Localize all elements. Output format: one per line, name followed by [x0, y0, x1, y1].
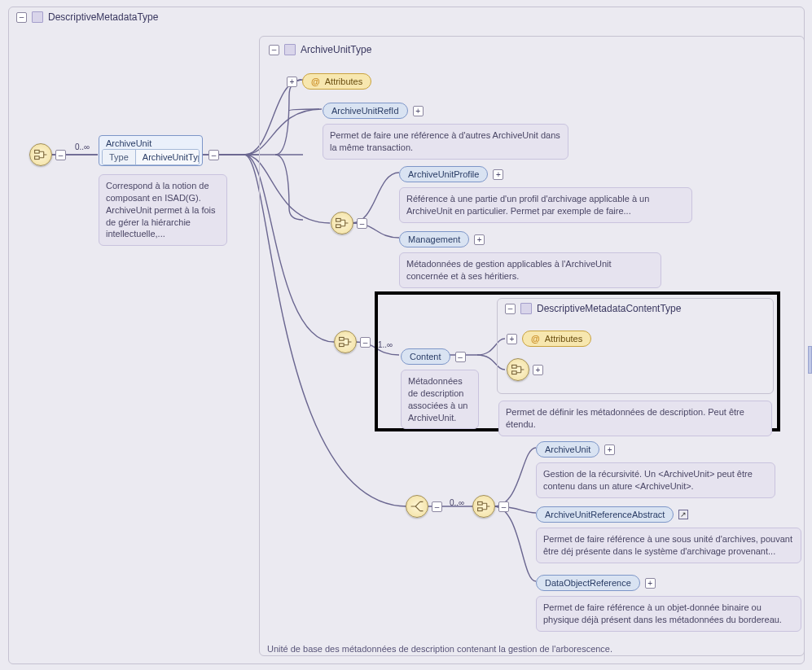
complextype-icon — [284, 44, 296, 55]
complextype-icon — [520, 303, 532, 314]
archiveunitreferenceabstract-desc: Permet de faire référence à une sous uni… — [536, 528, 801, 563]
svg-rect-5 — [340, 344, 345, 347]
inner-title: ArchiveUnitType — [301, 44, 371, 55]
svg-rect-0 — [35, 150, 40, 153]
expand-icon[interactable] — [493, 169, 503, 180]
archiveunitrefid-label: ArchiveUnitRefId — [323, 103, 408, 119]
outer-title-row: DescriptiveMetadataType — [16, 11, 158, 23]
archiveunitprofile-desc: Référence à une partie d'un profil d'arc… — [399, 187, 692, 223]
archiveunit-child-label: ArchiveUnit — [536, 441, 599, 458]
archiveunit-child-node[interactable]: ArchiveUnit — [536, 441, 615, 458]
attributes-label: Attributes — [325, 77, 362, 86]
management-label: Management — [399, 231, 469, 247]
archiveunit-label: ArchiveUnit — [99, 136, 202, 149]
collapse-icon[interactable] — [360, 337, 371, 348]
complextype-icon — [32, 11, 43, 23]
svg-rect-4 — [340, 337, 345, 340]
inner-title-row: ArchiveUnitType — [269, 44, 371, 55]
collapse-icon[interactable] — [505, 304, 516, 314]
cardinality-label: 1..∞ — [378, 340, 393, 349]
attribute-icon: @ — [311, 77, 320, 86]
archiveunitprofile-node[interactable]: ArchiveUnitProfile — [399, 166, 503, 182]
scrollbar-thumb[interactable] — [808, 346, 812, 374]
attribute-icon: @ — [531, 334, 540, 344]
expand-icon[interactable] — [474, 234, 485, 245]
svg-rect-2 — [336, 218, 341, 221]
type-value: ArchiveUnitType — [136, 150, 200, 164]
expand-icon[interactable] — [413, 106, 424, 116]
content-node[interactable]: Content — [401, 348, 466, 365]
archiveunitprofile-label: ArchiveUnitProfile — [399, 166, 488, 182]
svg-rect-8 — [478, 501, 483, 505]
collapse-icon[interactable] — [55, 150, 66, 160]
archiveunitreferenceabstract-label: ArchiveUnitReferenceAbstract — [536, 506, 674, 523]
sequence-compositor-icon[interactable] — [331, 212, 353, 234]
svg-rect-9 — [478, 508, 483, 511]
archiveunit-desc: Correspond à la notion de composant en I… — [99, 174, 227, 246]
svg-rect-6 — [512, 365, 517, 368]
svg-rect-1 — [35, 156, 40, 160]
substitution-icon: ↗ — [678, 510, 688, 519]
collapse-icon[interactable] — [208, 150, 219, 160]
collapse-icon[interactable] — [455, 352, 466, 362]
dataobjectreference-desc: Permet de faire référence à un objet-don… — [536, 596, 801, 632]
attributes-node[interactable]: @Attributes — [287, 73, 371, 90]
collapse-icon[interactable] — [432, 501, 442, 512]
archiveunitrefid-node[interactable]: ArchiveUnitRefId — [323, 103, 424, 119]
outer-title: DescriptiveMetadataType — [48, 11, 158, 23]
content-attributes-label: Attributes — [545, 334, 582, 344]
sequence-compositor-icon[interactable] — [507, 358, 529, 381]
expand-icon[interactable] — [604, 444, 615, 455]
content-attributes-node[interactable]: @Attributes — [507, 331, 591, 347]
type-key: Type — [103, 150, 136, 164]
archiveunit-element-block[interactable]: ArchiveUnit Type ArchiveUnitType — [99, 135, 203, 166]
svg-rect-3 — [336, 225, 341, 228]
collapse-icon[interactable] — [357, 218, 367, 229]
cardinality-label: 0..∞ — [450, 498, 464, 507]
archiveunitreferenceabstract-node[interactable]: ArchiveUnitReferenceAbstract ↗ — [536, 506, 688, 523]
collapse-icon[interactable] — [498, 501, 509, 512]
expand-icon[interactable] — [533, 365, 543, 375]
management-node[interactable]: Management — [399, 231, 485, 247]
choice-compositor-icon[interactable] — [406, 495, 428, 518]
expand-icon[interactable] — [507, 334, 517, 344]
sequence-compositor-icon[interactable] — [29, 143, 52, 166]
expand-icon[interactable] — [645, 578, 656, 589]
svg-rect-7 — [512, 371, 517, 374]
dataobjectreference-node[interactable]: DataObjectReference — [536, 575, 656, 591]
content-type-desc: Permet de définir les métadonnées de des… — [498, 401, 772, 436]
content-desc: Métadonnées de description associées à u… — [401, 370, 479, 429]
content-type-title-row: DescriptiveMetadataContentType — [505, 303, 681, 314]
collapse-icon[interactable] — [269, 45, 279, 55]
archiveunit-child-desc: Gestion de la récursivité. Un <ArchiveUn… — [536, 462, 775, 498]
archiveunitrefid-desc: Permet de faire une référence à d'autres… — [323, 124, 568, 160]
content-label: Content — [401, 348, 450, 365]
content-type-title: DescriptiveMetadataContentType — [537, 303, 681, 314]
management-desc: Métadonnées de gestion applicables à l'A… — [399, 252, 661, 288]
expand-icon[interactable] — [287, 77, 297, 87]
dataobjectreference-label: DataObjectReference — [536, 575, 640, 591]
inner-footer-text: Unité de base des métadonnées de descrip… — [267, 644, 797, 654]
collapse-icon[interactable] — [16, 12, 27, 23]
sequence-compositor-icon[interactable] — [472, 495, 495, 518]
cardinality-label: 0..∞ — [75, 142, 90, 151]
sequence-compositor-icon[interactable] — [334, 331, 357, 353]
